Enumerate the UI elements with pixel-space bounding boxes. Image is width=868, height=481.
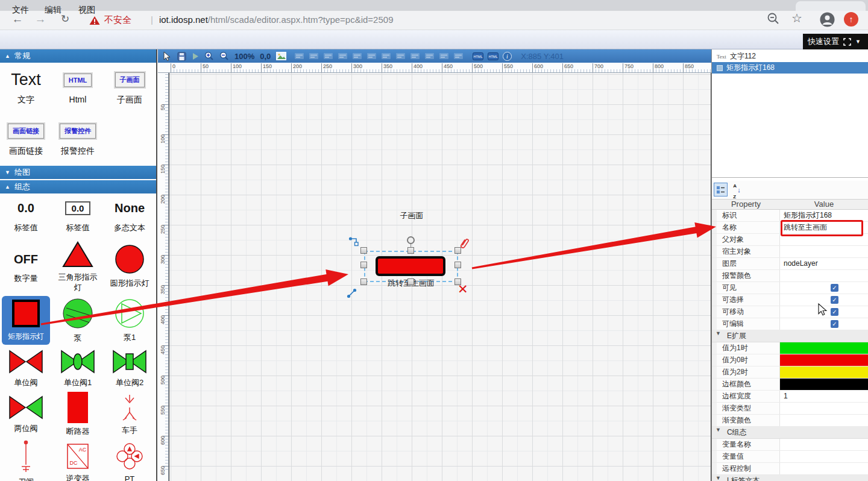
zoom-page-icon[interactable] [767, 12, 780, 28]
align-left-icon[interactable] [294, 52, 304, 60]
checkbox-checked[interactable]: ✓ [831, 284, 838, 292]
align-right-icon[interactable] [323, 52, 333, 60]
property-value[interactable] [780, 439, 868, 450]
space-horizontal-icon[interactable] [410, 52, 420, 60]
ruler-label: 750 [623, 63, 634, 72]
property-value[interactable]: ✓ [780, 318, 868, 330]
checkbox-checked[interactable]: ✓ [831, 320, 838, 328]
property-value[interactable] [780, 366, 868, 378]
property-value[interactable] [780, 463, 868, 474]
quick-settings-bar[interactable]: 快速设置 ▼ [803, 34, 868, 49]
palette-item-pt[interactable]: PT [105, 438, 154, 481]
resize-handle-s[interactable] [407, 278, 414, 285]
palette-section-general[interactable]: ▲常规 [0, 49, 156, 63]
palette-item-digital[interactable]: OFF数字量 [2, 239, 50, 294]
palette-item-unit-valve2[interactable]: 单位阀2 [105, 347, 154, 391]
property-value[interactable]: ✓ [780, 282, 868, 294]
property-value[interactable] [780, 342, 868, 354]
palette-item-pump1[interactable]: 泵1 [105, 296, 154, 345]
palette-item-subscreen[interactable]: 子画面子画面 [105, 63, 154, 112]
rect-indicator-element[interactable] [376, 256, 445, 276]
zoom-in-icon[interactable] [204, 51, 214, 61]
bookmark-star-icon[interactable]: ☆ [791, 11, 802, 25]
resize-handle-nw[interactable] [360, 247, 367, 254]
sort-az-icon[interactable]: AZ↓ [730, 183, 744, 196]
palette-item-multi-text[interactable]: None多态文本 [105, 193, 154, 237]
resize-handle-sw[interactable] [360, 278, 367, 285]
html-edit-icon[interactable]: HTML [473, 52, 483, 60]
color-swatch[interactable] [780, 354, 868, 366]
align-bottom-icon[interactable] [366, 52, 377, 60]
palette-item-circle-indicator[interactable]: 圆形指示灯 [105, 239, 154, 294]
color-swatch[interactable] [780, 379, 868, 390]
profile-icon[interactable] [820, 12, 835, 30]
property-value[interactable] [780, 415, 868, 426]
palette-item-knife-switch[interactable]: 刀闸 [2, 438, 50, 481]
delete-x-icon[interactable]: ✕ [458, 283, 468, 295]
cursor-icon[interactable] [163, 51, 172, 61]
rotate-handle[interactable] [407, 236, 415, 244]
menu-edit[interactable]: 编辑 [45, 5, 61, 16]
tree-item-text[interactable]: Text 文字112 [712, 51, 868, 62]
same-height-icon[interactable] [395, 52, 406, 60]
property-value[interactable] [780, 270, 868, 281]
same-width-icon[interactable] [381, 52, 391, 60]
group-icon[interactable] [439, 52, 449, 60]
play-icon[interactable] [192, 52, 199, 60]
palette-item-rect-indicator[interactable]: 矩形指示灯 [2, 296, 50, 345]
checkbox-checked[interactable]: ✓ [831, 296, 838, 304]
palette-section-config[interactable]: ▲组态 [0, 180, 156, 193]
security-chip[interactable]: 不安全 [89, 14, 131, 26]
palette-item-inverter[interactable]: ACDC逆变器 [54, 438, 102, 481]
menu-file[interactable]: 文件 [12, 5, 29, 16]
palette-item-handcart[interactable]: 车手 [105, 392, 154, 436]
save-icon[interactable] [177, 52, 186, 61]
resize-handle-w[interactable] [360, 262, 367, 268]
align-middle-icon[interactable] [352, 52, 362, 60]
resize-handle-n[interactable] [407, 247, 414, 254]
property-value[interactable]: 1 [780, 391, 868, 402]
palette-item-unit-valve[interactable]: 单位阀 [2, 347, 50, 391]
align-top-icon[interactable] [338, 52, 348, 60]
paperclip-icon[interactable] [459, 237, 471, 253]
palette-item-alarm-control[interactable]: 报警控件报警控件 [54, 114, 102, 163]
palette-item-tag-value-boxed[interactable]: 0.0标签值 [54, 193, 102, 237]
canvas-text-object[interactable]: 子画面 [393, 210, 430, 221]
url-text[interactable]: |iot.idosp.net/html/scada/editor.aspx.ht… [151, 14, 394, 25]
update-icon[interactable]: ↑ [844, 12, 858, 27]
palette-item-text[interactable]: Text文字 [2, 63, 50, 112]
info-icon[interactable]: i [503, 52, 512, 61]
property-value[interactable] [780, 451, 868, 462]
palette-item-pump[interactable]: 泵 [54, 296, 102, 345]
resize-handle-e[interactable] [454, 262, 461, 268]
property-value[interactable] [780, 403, 868, 414]
palette-section-drawing[interactable]: ▼绘图 [0, 166, 156, 179]
palette-item-html[interactable]: HTMLHtml [54, 63, 102, 112]
link-icon[interactable] [347, 288, 357, 301]
palette-item-two-way-valve[interactable]: 两位阀 [2, 392, 50, 436]
color-swatch[interactable] [780, 342, 868, 354]
align-center-icon[interactable] [309, 52, 319, 60]
image-icon[interactable] [276, 52, 286, 60]
palette-item-breaker[interactable]: 断路器 [54, 392, 102, 436]
property-value[interactable] [780, 246, 868, 257]
checkbox-checked[interactable]: ✓ [831, 308, 838, 316]
ruler-label: 450 [442, 63, 453, 72]
browser-tab[interactable] [796, 1, 866, 11]
palette-item-triangle-indicator[interactable]: 三角形指示灯 [54, 239, 102, 294]
property-value[interactable]: nodeLayer [780, 258, 868, 269]
space-vertical-icon[interactable] [424, 52, 435, 60]
connector-icon[interactable] [348, 236, 360, 249]
palette-item-screen-link[interactable]: 画面链接画面链接 [2, 114, 50, 163]
property-value[interactable] [780, 379, 868, 390]
tree-item-rect-indicator[interactable]: 矩形指示灯168 [712, 62, 868, 74]
html-source-icon[interactable]: HTML [488, 52, 498, 60]
categorized-view-icon[interactable] [714, 183, 728, 196]
palette-item-tag-value[interactable]: 0.0标签值 [2, 193, 50, 237]
palette-item-unit-valve1[interactable]: 单位阀1 [54, 347, 102, 391]
zoom-out-icon[interactable] [219, 51, 229, 61]
menu-view[interactable]: 视图 [78, 5, 95, 16]
color-swatch[interactable] [780, 366, 868, 378]
ungroup-icon[interactable] [453, 52, 464, 60]
property-value[interactable] [780, 354, 868, 366]
